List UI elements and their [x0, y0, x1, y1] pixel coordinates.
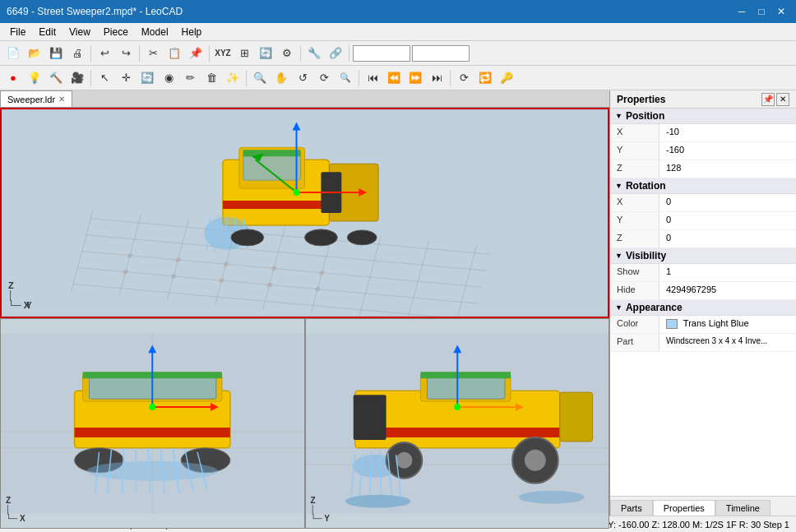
titlebar: 6649 - Street Sweeper2.mpd* - LeoCAD ─ □… — [0, 0, 796, 23]
section-position[interactable]: ▼ Position — [610, 109, 796, 124]
right-panel: Properties 📌 ✕ ▼ Position X -10 Y -160 Z — [610, 90, 796, 516]
tb-settings[interactable]: ⚙ — [277, 44, 297, 63]
properties-title: Properties — [617, 94, 665, 105]
section-rotation-label: Rotation — [626, 180, 666, 192]
menu-edit[interactable]: Edit — [32, 25, 62, 39]
menu-help[interactable]: Help — [175, 25, 209, 39]
tb-next[interactable]: ⏩ — [405, 68, 425, 88]
tb-prev[interactable]: ⏪ — [384, 68, 404, 88]
tb-connect[interactable]: 🔗 — [326, 44, 345, 63]
tb-paint[interactable]: ✨ — [223, 68, 243, 88]
menu-piece[interactable]: Piece — [97, 25, 135, 39]
tb-last[interactable]: ⏭ — [427, 68, 447, 88]
tb-new[interactable]: 📄 — [3, 44, 23, 63]
search-input2[interactable] — [412, 45, 470, 62]
tb-first[interactable]: ⏮ — [363, 68, 382, 88]
value-pos-y: -160 — [659, 142, 796, 160]
prop-pos-x: X -10 — [610, 124, 796, 142]
search-input1[interactable] — [353, 45, 410, 62]
properties-panel-header: Properties 📌 ✕ — [610, 90, 796, 109]
tab-close-button[interactable]: ✕ — [58, 95, 65, 104]
viewport-side[interactable]: Z│└─ Y — [305, 318, 610, 529]
tb-snap[interactable]: XYZ — [213, 44, 233, 63]
tb-paste[interactable]: 📌 — [186, 44, 206, 63]
svg-rect-82 — [353, 395, 386, 440]
sep4 — [300, 45, 301, 62]
viewport-top[interactable]: Z│└─ X Y — [0, 108, 609, 318]
toolbar-tools: ● 💡 🔨 🎥 ↖ ✛ 🔄 ◉ ✏ 🗑 ✨ 🔍 ✋ ↺ ⟳ 🔍 ⏮ ⏪ ⏩ ⏭ … — [0, 66, 796, 90]
minimize-button[interactable]: ─ — [734, 4, 750, 19]
tb-erase[interactable]: 🗑 — [201, 68, 221, 88]
svg-rect-26 — [223, 201, 329, 209]
tb-key[interactable]: 🔑 — [497, 68, 516, 88]
tb-undo[interactable]: ↩ — [95, 44, 114, 63]
tb-anim2[interactable]: 🔁 — [475, 68, 495, 88]
tb-scale[interactable]: ◉ — [159, 68, 178, 88]
tab-bar: Sweeper.ldr ✕ — [0, 90, 609, 108]
tab-parts[interactable]: Parts — [610, 500, 653, 516]
svg-point-38 — [231, 229, 264, 246]
tab-properties[interactable]: Properties — [653, 500, 715, 516]
close-button[interactable]: ✕ — [773, 4, 789, 19]
tb-build[interactable]: 🔨 — [46, 68, 66, 88]
tb-select[interactable]: ↖ — [95, 68, 114, 88]
tb-print[interactable]: 🖨 — [67, 44, 87, 63]
panel-controls: 📌 ✕ — [761, 93, 789, 106]
viewports-grid: Z│└─ X Y — [0, 108, 609, 529]
tb-cut[interactable]: ✂ — [143, 44, 163, 63]
tb-save[interactable]: 💾 — [46, 44, 66, 63]
panel-close-button[interactable]: ✕ — [776, 93, 789, 106]
tb-camera[interactable]: 🎥 — [67, 68, 87, 88]
tb-transform[interactable]: 🔄 — [256, 44, 275, 63]
section-visibility[interactable]: ▼ Visibility — [610, 248, 796, 264]
tb-open[interactable]: 📂 — [25, 44, 44, 63]
tb-orbit[interactable]: ↺ — [293, 68, 312, 88]
value-part: Windscreen 3 x 4 x 4 Inve... — [659, 334, 796, 351]
tab-sweeper[interactable]: Sweeper.ldr ✕ — [0, 90, 72, 107]
app-title: 6649 - Street Sweeper2.mpd* - LeoCAD — [7, 6, 183, 17]
section-rotation[interactable]: ▼ Rotation — [610, 178, 796, 194]
tb-zoom-2[interactable]: 🔍 — [336, 68, 355, 88]
maximize-button[interactable]: □ — [753, 4, 770, 19]
svg-point-59 — [87, 461, 218, 481]
panel-pin-button[interactable]: 📌 — [761, 93, 775, 106]
axis-front: Z│└─ X — [6, 496, 25, 523]
section-appearance-label: Appearance — [626, 302, 683, 313]
tb-zoom[interactable]: 🔍 — [250, 68, 270, 88]
tb-rotate-tool[interactable]: 🔄 — [137, 68, 157, 88]
tb-copy[interactable]: 📋 — [164, 44, 184, 63]
tb-grid[interactable]: ⊞ — [234, 44, 254, 63]
menubar: File Edit View Piece Model Help — [0, 23, 796, 41]
tb-zoom-fit[interactable]: ⟳ — [314, 68, 334, 88]
svg-rect-53 — [75, 428, 230, 437]
tab-timeline[interactable]: Timeline — [715, 500, 771, 516]
menu-file[interactable]: File — [3, 25, 32, 39]
sep2 — [139, 45, 140, 62]
main-area: Sweeper.ldr ✕ — [0, 90, 796, 516]
tb-redo[interactable]: ↪ — [116, 44, 136, 63]
viewport-area: Sweeper.ldr ✕ — [0, 90, 610, 516]
chevron-appearance: ▼ — [615, 303, 622, 312]
menu-model[interactable]: Model — [135, 25, 175, 39]
tb-draw[interactable]: ✏ — [180, 68, 200, 88]
tb-magnet[interactable]: 🔧 — [304, 44, 324, 63]
window-controls: ─ □ ✕ — [734, 4, 789, 19]
value-rot-y: 0 — [659, 212, 796, 229]
menu-view[interactable]: View — [62, 25, 97, 39]
prop-hide: Hide 4294967295 — [610, 282, 796, 300]
tb-move[interactable]: ✛ — [116, 68, 136, 88]
label-pos-z: Z — [610, 160, 659, 178]
svg-point-88 — [524, 450, 545, 471]
prop-pos-z: Z 128 — [610, 160, 796, 178]
label-pos-y: Y — [610, 142, 659, 160]
prop-rot-z: Z 0 — [610, 230, 796, 248]
tb-pan[interactable]: ✋ — [271, 68, 291, 88]
viewport-front[interactable]: Z│└─ X — [0, 318, 305, 529]
viewport-front-scene — [1, 319, 304, 528]
svg-rect-29 — [243, 150, 301, 156]
tb-red[interactable]: ● — [3, 68, 23, 88]
tb-light[interactable]: 💡 — [25, 68, 44, 88]
value-show: 1 — [659, 264, 796, 281]
tb-anim1[interactable]: ⟳ — [454, 68, 474, 88]
section-appearance[interactable]: ▼ Appearance — [610, 300, 796, 316]
